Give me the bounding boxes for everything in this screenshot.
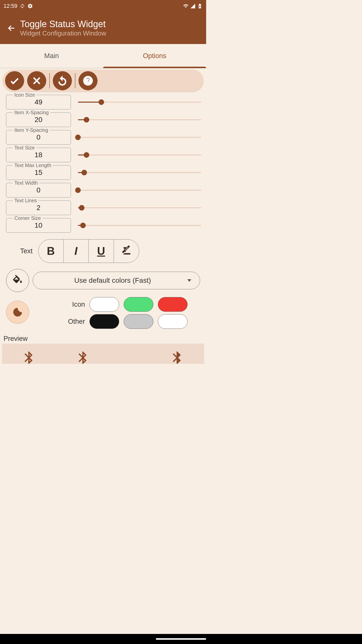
slider[interactable] bbox=[78, 169, 201, 176]
help-button[interactable] bbox=[78, 71, 98, 90]
chevron-down-icon bbox=[187, 279, 191, 282]
swatch-icon-2[interactable] bbox=[124, 297, 153, 312]
text-label: Text bbox=[20, 247, 33, 255]
preview-label: Preview bbox=[0, 329, 206, 344]
field-value: 20 bbox=[34, 116, 42, 124]
slider[interactable] bbox=[78, 98, 201, 106]
bluetooth-icon bbox=[21, 345, 36, 364]
reset-button[interactable] bbox=[53, 71, 72, 90]
field-value: 0 bbox=[36, 186, 40, 194]
separator bbox=[49, 73, 50, 88]
clock-text: 12:59 bbox=[4, 3, 17, 9]
swatch-other-3[interactable] bbox=[158, 314, 188, 329]
italic-button[interactable]: I bbox=[64, 239, 89, 263]
value-field[interactable]: Text Width0 bbox=[6, 183, 71, 197]
text-format-row: Text B I U bbox=[0, 234, 206, 265]
underline-button[interactable]: U bbox=[89, 239, 114, 263]
icon-row-label: Icon bbox=[57, 301, 85, 308]
color-mode-select[interactable]: Use default colors (Fast) bbox=[33, 272, 200, 289]
setting-row: Text Max Length15 bbox=[6, 164, 201, 181]
separator bbox=[75, 73, 75, 88]
settings-rows: Icon Size49Item X-Spacing20Item Y-Spacin… bbox=[0, 93, 206, 234]
field-label: Icon Size bbox=[13, 92, 36, 98]
field-value: 15 bbox=[34, 169, 42, 177]
sync-icon bbox=[20, 4, 25, 9]
field-label: Item Y-Spacing bbox=[13, 127, 50, 133]
field-label: Text Max Length bbox=[13, 163, 53, 168]
signal-icon bbox=[190, 3, 196, 9]
swatch-other-2[interactable] bbox=[124, 314, 153, 329]
other-row-label: Other bbox=[57, 318, 85, 326]
page-title: Toggle Status Widget bbox=[20, 19, 106, 29]
bold-button[interactable]: B bbox=[38, 239, 64, 263]
field-label: Text Lines bbox=[13, 198, 38, 204]
swatch-icon-3[interactable] bbox=[158, 297, 188, 312]
tab-bar: Main Options bbox=[0, 44, 206, 68]
value-field[interactable]: Text Size18 bbox=[6, 148, 71, 162]
value-field[interactable]: Icon Size49 bbox=[6, 95, 71, 109]
clear-format-button[interactable] bbox=[114, 239, 139, 263]
field-label: Item X-Spacing bbox=[13, 110, 50, 115]
battery-icon bbox=[197, 3, 203, 9]
field-label: Text Size bbox=[13, 145, 36, 151]
confirm-button[interactable] bbox=[5, 71, 24, 90]
slider[interactable] bbox=[78, 222, 201, 229]
field-value: 10 bbox=[34, 221, 42, 229]
swatch-other-1[interactable] bbox=[89, 314, 119, 329]
slider[interactable] bbox=[78, 186, 201, 194]
bluetooth-icon bbox=[170, 345, 185, 364]
value-field[interactable]: Corner Size10 bbox=[6, 218, 71, 233]
value-field[interactable]: Item X-Spacing20 bbox=[6, 112, 71, 127]
page-subtitle: Widget Configuration Window bbox=[20, 29, 106, 37]
theme-button[interactable] bbox=[6, 301, 29, 324]
tab-options[interactable]: Options bbox=[103, 44, 206, 68]
field-label: Corner Size bbox=[13, 215, 42, 221]
fill-color-button[interactable] bbox=[6, 269, 29, 292]
action-toolbar bbox=[3, 70, 204, 92]
wifi-icon bbox=[183, 3, 189, 9]
setting-row: Item Y-Spacing0 bbox=[6, 129, 201, 146]
setting-row: Item X-Spacing20 bbox=[6, 111, 201, 129]
app-bar: Toggle Status Widget Widget Configuratio… bbox=[0, 12, 206, 44]
setting-row: Corner Size10 bbox=[6, 217, 201, 234]
bluetooth-icon bbox=[75, 345, 90, 364]
value-field[interactable]: Item Y-Spacing0 bbox=[6, 130, 71, 145]
setting-row: Icon Size49 bbox=[6, 93, 201, 111]
value-field[interactable]: Text Lines2 bbox=[6, 200, 71, 215]
cancel-button[interactable] bbox=[27, 71, 46, 90]
slider[interactable] bbox=[78, 134, 201, 141]
slider[interactable] bbox=[78, 116, 201, 124]
setting-row: Text Width0 bbox=[6, 181, 201, 199]
icon-swatches: Icon bbox=[33, 296, 200, 312]
preview-pane bbox=[2, 344, 204, 364]
format-segment: B I U bbox=[38, 239, 139, 263]
slider[interactable] bbox=[78, 151, 201, 159]
field-value: 2 bbox=[36, 204, 40, 212]
slider[interactable] bbox=[78, 204, 201, 212]
setting-row: Text Lines2 bbox=[6, 199, 201, 217]
gear-icon bbox=[27, 3, 33, 9]
swatch-icon-1[interactable] bbox=[89, 297, 119, 312]
tab-main[interactable]: Main bbox=[0, 44, 103, 68]
field-value: 49 bbox=[34, 98, 42, 106]
status-bar: 12:59 bbox=[0, 0, 206, 12]
other-swatches: Other bbox=[33, 312, 200, 329]
field-label: Text Width bbox=[13, 180, 39, 186]
field-value: 18 bbox=[34, 151, 42, 159]
color-row: Use default colors (Fast) bbox=[0, 265, 206, 292]
value-field[interactable]: Text Max Length15 bbox=[6, 165, 71, 180]
field-value: 0 bbox=[36, 133, 40, 141]
back-button[interactable] bbox=[3, 24, 20, 32]
setting-row: Text Size18 bbox=[6, 146, 201, 164]
